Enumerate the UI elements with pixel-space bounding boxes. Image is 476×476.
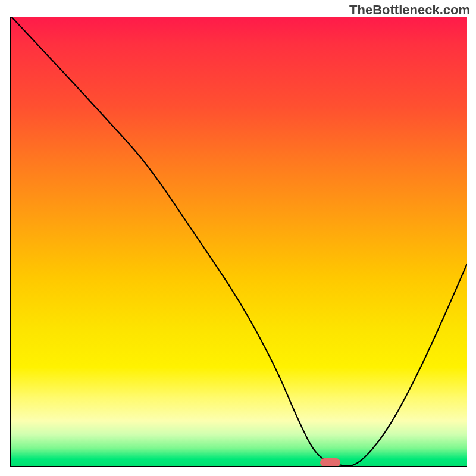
optimal-marker <box>320 458 340 466</box>
curve-svg <box>11 17 467 466</box>
plot-area <box>10 17 467 467</box>
bottleneck-curve-path <box>11 17 467 466</box>
watermark-text: TheBottleneck.com <box>349 2 470 18</box>
